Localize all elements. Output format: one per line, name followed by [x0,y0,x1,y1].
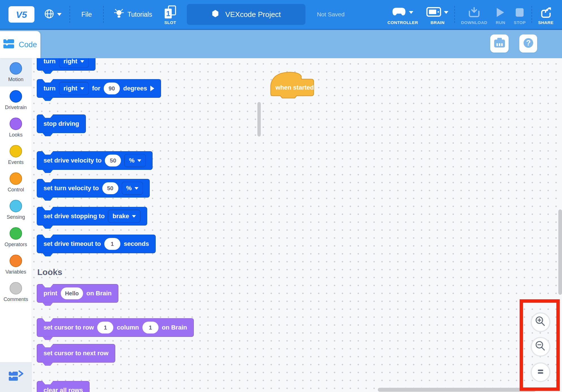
value-input[interactable]: 90 [104,83,120,94]
sidebar-item-control[interactable]: Control [0,169,32,196]
sidebar-item-comments[interactable]: Comments [0,278,32,306]
vex-logo[interactable]: V5 [8,6,34,23]
language-menu[interactable] [44,9,62,20]
block-text: on Brain [162,324,187,331]
hexagon-icon [212,10,219,20]
value-input[interactable]: 1 [142,322,159,333]
palette-block-clear-all-rows[interactable]: clear all rows [37,381,90,392]
share-label: SHARE [538,20,554,25]
share-icon [540,7,552,18]
block-text: set drive velocity to [44,157,101,164]
sidebar-item-label: Comments [3,296,28,302]
block-text: set cursor to next row [44,350,109,357]
sidebar-item-motion[interactable]: Motion [0,58,32,86]
slot-button[interactable]: 1 SLOT [164,4,177,25]
slot-icon: 1 [164,7,177,18]
tutorials-button[interactable]: Tutorials [114,8,152,20]
palette-scrollbar[interactable] [257,102,261,137]
block-text: seconds [124,240,149,248]
comments-category-icon [10,282,22,294]
value-input[interactable]: 50 [105,155,121,166]
sidebar-item-drivetrain[interactable]: Drivetrain [0,86,32,114]
help-icon: ? [522,37,535,50]
brain-icon [426,7,441,18]
run-icon [496,7,505,18]
when-started-block[interactable]: when started [269,70,315,100]
sidebar-item-events[interactable]: Events [0,141,32,169]
brain-menu[interactable]: BRAIN [426,4,448,25]
palette-block-turn-for-degrees[interactable]: turnrightfor90degrees [37,79,161,98]
tutorials-label: Tutorials [127,11,152,18]
sensing-category-icon [10,200,22,212]
block-text: set drive stopping to [44,213,105,220]
sidebar-item-label: Variables [5,269,26,275]
palette-block-set-drive-velocity[interactable]: set drive velocity to50% [37,151,153,170]
annotation-highlight-box [520,299,560,391]
tab-code-label: Code [19,40,37,49]
toolbar-divider [531,6,532,23]
sidebar-item-looks[interactable]: Looks [0,114,32,141]
project-name: VEXcode Project [225,10,281,19]
dropdown-field[interactable]: right [59,82,89,95]
canvas-horizontal-scrollbar[interactable] [378,388,536,392]
device-info-button[interactable] [490,34,509,53]
tab-bar: Code ? [0,29,562,58]
dropdown-field[interactable]: % [124,154,146,167]
canvas-vertical-scrollbar[interactable] [558,209,562,295]
collapse-palette-button[interactable] [0,362,32,392]
top-toolbar: V5 File Tutorials 1 SLOT [0,0,562,29]
download-button[interactable]: DOWNLOAD [461,4,487,25]
sidebar-item-label: Control [8,187,24,193]
caret-down-icon [134,187,138,190]
value-input[interactable]: 1 [104,238,120,250]
dropdown-value: brake [112,213,129,220]
save-status: Not Saved [317,11,344,18]
tab-code[interactable]: Code [0,31,40,58]
device-manager-icon [493,37,506,50]
expand-arrow-icon[interactable] [150,86,154,91]
sidebar-item-label: Operators [5,242,27,248]
palette-block-set-cursor-row-column[interactable]: set cursor to row1column1on Brain [37,318,194,337]
value-input[interactable]: Hello [61,287,83,299]
events-category-icon [10,145,22,157]
palette-block-print-on-brain[interactable]: printHelloon Brain [37,284,118,303]
block-text: set cursor to row [44,324,94,331]
slot-label: SLOT [164,20,176,25]
caret-down-icon [80,87,84,90]
file-menu[interactable]: File [81,11,92,18]
sidebar-item-variables[interactable]: Variables [0,251,32,278]
palette-block-set-drive-timeout[interactable]: set drive timeout to1seconds [37,235,156,253]
value-input[interactable]: 1 [97,322,113,333]
palette-block-set-drive-stopping[interactable]: set drive stopping tobrake [37,207,147,226]
sidebar-item-operators[interactable]: Operators [0,224,32,251]
sidebar-item-sensing[interactable]: Sensing [0,196,32,224]
controller-menu[interactable]: CONTROLLER [387,4,418,25]
project-name-button[interactable]: VEXcode Project [187,4,305,25]
palette-block-stop-driving[interactable]: stop driving [37,114,86,133]
palette-block-turn-cropped[interactable]: turnright [37,58,96,71]
workspace[interactable]: turnrightturnrightfor90degreesstop drivi… [32,58,562,392]
stop-label: STOP [514,20,526,25]
stop-button[interactable]: STOP [514,4,526,25]
palette-block-set-cursor-next-row[interactable]: set cursor to next row [37,344,115,363]
download-label: DOWNLOAD [461,20,487,25]
run-button[interactable]: RUN [496,4,505,25]
category-sidebar: MotionDrivetrainLooksEventsControlSensin… [0,58,32,392]
sidebar-item-label: Motion [8,77,23,83]
share-button[interactable]: SHARE [538,4,554,25]
dropdown-field[interactable]: brake [108,210,140,223]
dropdown-field[interactable]: % [122,182,143,195]
block-text: turn [44,58,56,65]
dropdown-field[interactable]: right [59,58,89,68]
lightbulb-icon [114,8,124,20]
help-button[interactable]: ? [519,34,537,53]
block-text: on Brain [86,290,112,297]
sidebar-item-label: Drivetrain [5,105,27,111]
value-input[interactable]: 50 [102,182,118,194]
block-text: turn [44,85,56,92]
palette-block-set-turn-velocity[interactable]: set turn velocity to50% [37,179,150,198]
slot-number: 1 [166,9,170,18]
chevron-down-icon [444,11,448,14]
globe-icon [44,9,54,20]
motion-category-icon [10,62,22,75]
